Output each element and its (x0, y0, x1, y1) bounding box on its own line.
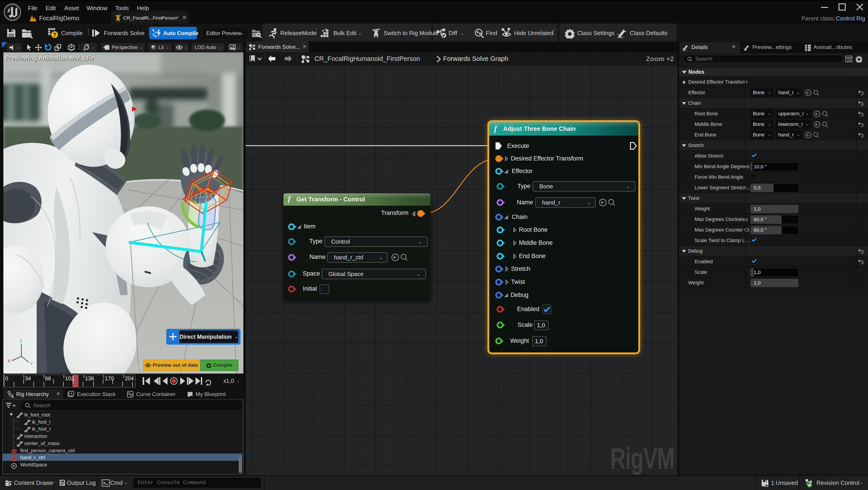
svg-text:204: 204 (125, 375, 134, 382)
svg-text:170: 170 (105, 375, 114, 382)
svg-text:X: X (7, 358, 10, 363)
svg-text:68: 68 (45, 375, 51, 382)
svg-text:102: 102 (65, 375, 74, 382)
svg-text:136: 136 (85, 375, 94, 382)
svg-text:34: 34 (25, 375, 31, 382)
svg-text:0: 0 (5, 375, 8, 382)
svg-text:?: ? (53, 31, 57, 38)
svg-text:Y: Y (30, 361, 33, 366)
svg-text:Z: Z (20, 338, 23, 344)
